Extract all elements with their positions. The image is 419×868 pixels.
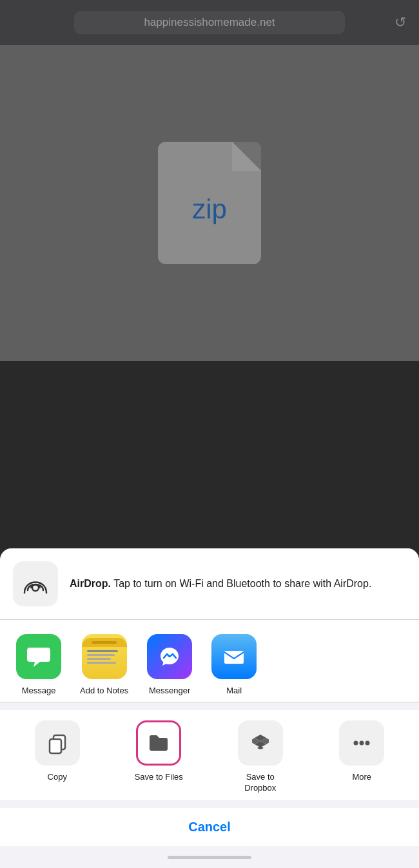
app-item-message[interactable]: Message [6, 634, 71, 695]
airdrop-description: AirDrop. Tap to turn on Wi-Fi and Blueto… [70, 577, 371, 591]
notes-app-icon [82, 634, 127, 679]
app-item-mail[interactable]: Mail [202, 634, 266, 695]
save-to-dropbox-label: Save toDropbox [244, 772, 276, 794]
action-item-more[interactable]: More [311, 720, 413, 794]
share-sheet: AirDrop. Tap to turn on Wi-Fi and Blueto… [0, 548, 419, 868]
svg-point-5 [354, 741, 358, 746]
home-bar [168, 856, 251, 859]
airdrop-section[interactable]: AirDrop. Tap to turn on Wi-Fi and Blueto… [0, 548, 419, 619]
svg-point-7 [365, 741, 370, 746]
svg-point-6 [360, 741, 364, 746]
svg-rect-3 [50, 739, 61, 753]
cancel-label: Cancel [188, 820, 231, 834]
action-item-save-to-files[interactable]: Save to Files [108, 720, 210, 794]
message-app-label: Message [22, 686, 56, 695]
airdrop-icon [13, 561, 58, 606]
copy-icon-box [35, 720, 80, 766]
action-item-copy[interactable]: Copy [6, 720, 108, 794]
divider-2 [0, 702, 419, 702]
more-label: More [352, 772, 371, 783]
message-app-icon [16, 634, 61, 679]
home-indicator [0, 846, 419, 868]
save-to-files-icon-box [136, 720, 181, 766]
svg-rect-1 [224, 651, 244, 664]
share-panel: AirDrop. Tap to turn on Wi-Fi and Blueto… [0, 548, 419, 868]
mail-app-icon [211, 634, 257, 679]
app-item-notes[interactable]: Add to Notes [71, 634, 137, 695]
app-item-messenger[interactable]: Messenger [137, 634, 202, 695]
notes-app-label: Add to Notes [80, 686, 128, 695]
action-item-save-to-dropbox[interactable]: Save toDropbox [210, 720, 311, 794]
messenger-app-icon [147, 634, 192, 679]
save-to-files-label: Save to Files [135, 772, 183, 783]
dropbox-icon-box [238, 720, 283, 766]
actions-section: Copy Save to Files [0, 710, 419, 800]
more-icon-box [339, 720, 384, 766]
copy-label: Copy [48, 772, 67, 783]
messenger-app-label: Messenger [149, 686, 190, 695]
mail-app-label: Mail [226, 686, 242, 695]
cancel-section[interactable]: Cancel [0, 808, 419, 846]
apps-row: Message Add to Notes [0, 620, 419, 702]
